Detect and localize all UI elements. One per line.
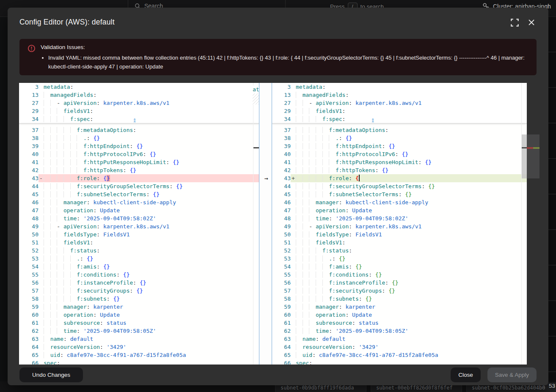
code-line[interactable]: 58 f:subnets: {} <box>19 295 259 303</box>
line-number[interactable]: 40 <box>272 150 291 158</box>
code-line[interactable]: 44 f:securityGroupSelectorTerms: {} <box>272 182 527 190</box>
code-line[interactable]: 53 .: {} <box>272 255 527 263</box>
close-footer-button[interactable]: Close <box>451 367 481 382</box>
line-number[interactable]: 58 <box>272 295 291 303</box>
code-line[interactable]: 41 f:httpPutResponseHopLimit: {} <box>272 158 527 166</box>
code-line[interactable]: 62 time: '2025-09-04T09:58:05Z' <box>19 327 259 335</box>
line-number[interactable]: 47 <box>272 206 291 214</box>
line-number[interactable]: 59 <box>272 303 291 311</box>
line-number[interactable]: 51 <box>272 238 291 247</box>
diff-revert-arrow-button[interactable]: → <box>261 175 271 183</box>
line-number[interactable]: 52 <box>19 247 39 255</box>
line-number[interactable]: 27 <box>272 99 291 107</box>
diff-editor-sash[interactable]: → <box>259 83 272 365</box>
line-number[interactable]: 27 <box>19 99 39 107</box>
line-number[interactable]: 3 <box>272 83 291 91</box>
line-number[interactable]: 45 <box>272 190 291 198</box>
line-number[interactable]: 39 <box>19 142 39 150</box>
code-line[interactable]: 39 f:httpEndpoint: {} <box>272 142 527 150</box>
line-number[interactable]: 38 <box>19 134 39 142</box>
sticky-line[interactable]: 13 managedFields: <box>19 91 259 99</box>
code-line[interactable]: 64 resourceVersion: '3429' <box>272 343 527 351</box>
line-number[interactable]: 46 <box>272 198 291 206</box>
code-line[interactable]: 52 f:status: <box>19 247 259 255</box>
code-line[interactable]: 60 operation: Update <box>19 311 259 319</box>
code-line[interactable]: 42 f:httpTokens: {} <box>272 166 527 174</box>
code-line[interactable]: 52 f:status: <box>272 247 527 255</box>
line-number[interactable]: 48 <box>272 214 291 222</box>
line-number[interactable]: 51 <box>19 238 39 247</box>
line-number[interactable]: 48 <box>19 214 39 222</box>
code-line[interactable]: 59 manager: karpenter <box>272 303 527 311</box>
sticky-line[interactable]: 34 f:spec: <box>19 115 259 123</box>
code-line[interactable]: 56 f:instanceProfile: {} <box>272 279 527 287</box>
code-line[interactable]: 57 f:securityGroups: {} <box>272 287 527 295</box>
line-number[interactable]: 34 <box>272 115 291 123</box>
code-line[interactable]: 37 f:metadataOptions: <box>19 126 259 134</box>
code-line[interactable]: 51 fieldsV1: <box>272 238 527 247</box>
code-line[interactable]: 57 f:securityGroups: {} <box>19 287 259 295</box>
code-line[interactable]: 46 manager: kubectl-client-side-apply <box>19 198 259 206</box>
scrollbar-slider[interactable] <box>522 134 527 178</box>
code-line[interactable]: 54 f:amis: {} <box>19 263 259 271</box>
line-number[interactable]: 50 <box>272 230 291 238</box>
line-number[interactable]: 41 <box>19 158 39 166</box>
line-number[interactable]: 55 <box>272 271 291 279</box>
undo-changes-button[interactable]: Undo Changes <box>19 367 83 382</box>
line-number[interactable]: 46 <box>19 198 39 206</box>
line-number[interactable]: 50 <box>19 230 39 238</box>
code-line[interactable]: 39 f:httpEndpoint: {} <box>19 142 259 150</box>
line-number[interactable]: 44 <box>19 182 39 190</box>
code-line[interactable]: 45 f:subnetSelectorTerms: {} <box>272 190 527 198</box>
code-line[interactable]: 47 operation: Update <box>19 206 259 214</box>
code-line[interactable]: 65 uid: c8afe97e-38cc-4f91-a767-d15f2a8f… <box>19 351 259 359</box>
line-number[interactable]: 65 <box>272 351 291 359</box>
line-number[interactable]: 57 <box>272 287 291 295</box>
code-line[interactable]: 44 f:securityGroupSelectorTerms: {} <box>19 182 259 190</box>
sticky-line[interactable]: 29 fieldsV1: <box>272 107 527 115</box>
line-number[interactable]: 29 <box>272 107 291 115</box>
code-line[interactable]: 38 .: {} <box>19 134 259 142</box>
line-number[interactable]: 41 <box>272 158 291 166</box>
save-apply-button[interactable]: Save & Apply <box>487 367 537 382</box>
code-line[interactable]: 37 f:metadataOptions: <box>272 126 527 134</box>
unfold-region-icon[interactable]: «« <box>371 118 375 122</box>
line-number[interactable]: 42 <box>19 166 39 174</box>
line-number[interactable]: 63 <box>272 335 291 343</box>
close-button[interactable] <box>527 18 536 27</box>
code-line[interactable]: 61 subresource: status <box>19 319 259 327</box>
code-line[interactable]: 54 f:amis: {} <box>272 263 527 271</box>
code-line[interactable]: 41 f:httpPutResponseHopLimit: {} <box>19 158 259 166</box>
code-line[interactable]: 40 f:httpProtocolIPv6: {} <box>272 150 527 158</box>
code-line[interactable]: 45 f:subnetSelectorTerms: {} <box>19 190 259 198</box>
line-number[interactable]: 47 <box>19 206 39 214</box>
line-number[interactable]: 13 <box>272 91 291 99</box>
code-line[interactable]: 47 operation: Update <box>272 206 527 214</box>
code-line[interactable]: 65 uid: c8afe97e-38cc-4f91-a767-d15f2a8f… <box>272 351 527 359</box>
code-line[interactable]: 42 f:httpTokens: {} <box>19 166 259 174</box>
code-line[interactable]: 51 fieldsV1: <box>19 238 259 247</box>
line-number[interactable]: 62 <box>19 327 39 335</box>
line-number[interactable]: 54 <box>272 263 291 271</box>
code-line[interactable]: 46 manager: kubectl-client-side-apply <box>272 198 527 206</box>
sticky-line[interactable]: 3metadata: <box>272 83 527 91</box>
original-editor-pane[interactable]: 3metadata:13 managedFields:27 - apiVersi… <box>19 83 259 365</box>
line-number[interactable]: 43 <box>272 174 291 182</box>
overview-viewport-slider[interactable] <box>527 134 539 178</box>
line-number[interactable]: 42 <box>272 166 291 174</box>
code-line[interactable]: 48 time: '2025-09-04T09:58:02Z' <box>19 214 259 222</box>
line-number[interactable]: 60 <box>272 311 291 319</box>
line-number[interactable]: 64 <box>19 343 39 351</box>
left-overview-ruler[interactable]: at <box>253 83 259 365</box>
yaml-diff-editor[interactable]: 3metadata:13 managedFields:27 - apiVersi… <box>19 83 527 365</box>
line-number[interactable]: 60 <box>19 311 39 319</box>
line-number[interactable]: 58 <box>19 295 39 303</box>
sticky-line[interactable]: 27 - apiVersion: karpenter.k8s.aws/v1 <box>19 99 259 107</box>
line-number[interactable]: 55 <box>19 271 39 279</box>
code-line[interactable]: 40 f:httpProtocolIPv6: {} <box>19 150 259 158</box>
code-line[interactable]: 53 .: {} <box>19 255 259 263</box>
line-number[interactable]: 49 <box>272 222 291 230</box>
sticky-line[interactable]: 29 fieldsV1: <box>19 107 259 115</box>
line-number[interactable]: 53 <box>272 255 291 263</box>
sticky-line[interactable]: 34 f:spec: <box>272 115 527 123</box>
